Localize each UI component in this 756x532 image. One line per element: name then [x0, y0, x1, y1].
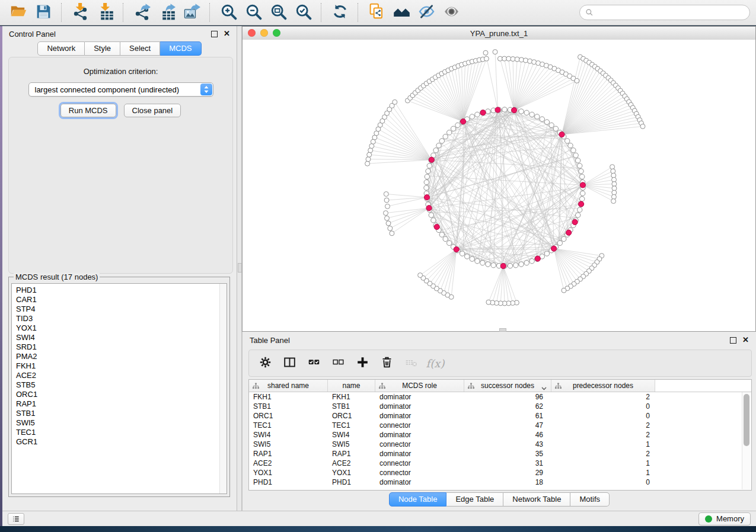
cell-successor-nodes[interactable]: 43 — [464, 440, 551, 449]
table-tab-network-table[interactable]: Network Table — [503, 492, 570, 507]
table-row[interactable]: TEC1TEC1connector472 — [249, 421, 751, 430]
search-box[interactable] — [579, 5, 750, 20]
export-image-button[interactable] — [180, 2, 203, 23]
network-graph[interactable] — [243, 40, 755, 331]
table-row[interactable]: PHD1PHD1dominator180 — [249, 477, 751, 487]
cell-mcds-role[interactable]: dominator — [375, 402, 464, 411]
mcds-result-item[interactable]: ORC1 — [16, 390, 227, 399]
column-header-MCDS-role[interactable]: MCDS role — [375, 380, 464, 392]
minimize-window-icon[interactable] — [260, 29, 268, 37]
table-row[interactable]: FKH1FKH1dominator962 — [249, 392, 751, 402]
table-tab-node-table[interactable]: Node Table — [389, 492, 447, 507]
import-table-button[interactable] — [93, 2, 117, 23]
tab-style[interactable]: Style — [85, 41, 120, 56]
column-header-successor-nodes[interactable]: successor nodes — [464, 380, 551, 392]
table-row[interactable]: ORC1ORC1dominator610 — [249, 411, 751, 421]
cell-name[interactable]: PHD1 — [328, 477, 375, 487]
import-network-button[interactable] — [68, 2, 92, 23]
save-button[interactable] — [31, 2, 55, 23]
cell-shared-name[interactable]: YOX1 — [249, 468, 328, 477]
cell-name[interactable]: STB1 — [328, 402, 375, 411]
mcds-result-list[interactable]: PHD1CAR1STP4TID3YOX1SWI4SRD1PMA2FKH1ACE2… — [11, 283, 227, 494]
table-row[interactable]: SWI4SWI4dominator462 — [249, 430, 751, 440]
zoom-window-icon[interactable] — [273, 29, 280, 37]
mcds-result-item[interactable]: CAR1 — [16, 295, 227, 305]
network-canvas[interactable] — [243, 40, 755, 331]
criterion-dropdown[interactable]: largest connected component (undirected) — [28, 82, 213, 97]
table-row[interactable]: SWI5SWI5connector431 — [249, 440, 751, 449]
add-column-button[interactable] — [352, 353, 372, 373]
mcds-result-item[interactable]: RAP1 — [16, 399, 227, 409]
mcds-result-item[interactable]: ACE2 — [16, 371, 227, 380]
unselect-all-columns-button[interactable] — [328, 353, 348, 373]
tab-mcds[interactable]: MCDS — [160, 41, 201, 56]
cell-shared-name[interactable]: SWI4 — [249, 430, 328, 440]
cell-predecessor-nodes[interactable]: 2 — [551, 421, 655, 430]
mcds-result-item[interactable]: TID3 — [16, 314, 227, 323]
cell-mcds-role[interactable]: connector — [375, 421, 464, 430]
mcds-result-item[interactable]: PHD1 — [16, 286, 227, 295]
cell-name[interactable]: FKH1 — [328, 392, 375, 402]
close-table-panel-icon[interactable]: ✕ — [742, 337, 749, 343]
cell-predecessor-nodes[interactable]: 2 — [551, 430, 655, 440]
table-row[interactable]: ACE2ACE2connector311 — [249, 459, 751, 468]
close-mcds-panel-button[interactable]: Close panel — [124, 104, 181, 117]
cell-name[interactable]: ACE2 — [328, 459, 375, 468]
mcds-result-item[interactable]: PMA2 — [16, 352, 227, 361]
cell-successor-nodes[interactable]: 61 — [464, 411, 551, 421]
zoom-selected-button[interactable] — [291, 2, 315, 23]
mcds-result-item[interactable]: STP4 — [16, 305, 227, 314]
export-table-button[interactable] — [155, 2, 178, 23]
cell-shared-name[interactable]: TEC1 — [249, 421, 328, 430]
cell-mcds-role[interactable]: dominator — [375, 430, 464, 440]
mcds-result-item[interactable]: SWI5 — [16, 418, 227, 428]
panel-divider[interactable] — [237, 26, 242, 511]
cell-name[interactable]: SWI5 — [328, 440, 375, 449]
cell-successor-nodes[interactable]: 29 — [464, 468, 551, 477]
refresh-button[interactable] — [328, 2, 352, 23]
columns-layout-button[interactable] — [279, 353, 299, 373]
cell-mcds-role[interactable]: connector — [375, 459, 464, 468]
cell-successor-nodes[interactable]: 31 — [464, 459, 551, 468]
task-history-button[interactable] — [8, 513, 24, 525]
cell-predecessor-nodes[interactable]: 1 — [551, 459, 655, 468]
show-all-button[interactable] — [439, 2, 463, 23]
column-header-name[interactable]: name — [328, 380, 375, 392]
cell-name[interactable]: YOX1 — [328, 468, 375, 477]
delete-columns-button[interactable] — [377, 353, 397, 373]
tab-network[interactable]: Network — [37, 41, 85, 56]
cell-mcds-role[interactable]: dominator — [375, 449, 464, 459]
cell-name[interactable]: SWI4 — [328, 430, 375, 440]
clone-network-button[interactable] — [365, 2, 388, 23]
mcds-result-item[interactable]: YOX1 — [16, 323, 227, 333]
table-row[interactable]: RAP1RAP1dominator352 — [249, 449, 751, 459]
cell-predecessor-nodes[interactable]: 0 — [551, 411, 655, 421]
cell-predecessor-nodes[interactable]: 2 — [551, 392, 655, 402]
table-row[interactable]: STB1STB1dominator620 — [249, 402, 751, 411]
cell-name[interactable]: ORC1 — [328, 411, 375, 421]
first-neighbors-button[interactable] — [390, 2, 413, 23]
mcds-result-item[interactable]: FKH1 — [16, 361, 227, 371]
cell-shared-name[interactable]: ACE2 — [249, 459, 328, 468]
search-input[interactable] — [597, 8, 744, 18]
cell-shared-name[interactable]: STB1 — [249, 402, 328, 411]
mcds-result-item[interactable]: STB1 — [16, 409, 227, 418]
cell-name[interactable]: TEC1 — [328, 421, 375, 430]
table-tab-edge-table[interactable]: Edge Table — [446, 492, 503, 507]
network-titlebar[interactable]: YPA_prune.txt_1 — [243, 27, 755, 40]
cell-shared-name[interactable]: RAP1 — [249, 449, 328, 459]
float-panel-icon[interactable] — [211, 31, 218, 37]
table-tab-motifs[interactable]: Motifs — [570, 492, 610, 507]
hide-selected-button[interactable] — [414, 2, 438, 23]
table-scrollbar-thumb[interactable] — [744, 394, 749, 446]
cell-predecessor-nodes[interactable]: 2 — [551, 449, 655, 459]
divider-grip[interactable] — [238, 263, 242, 273]
table-row[interactable]: YOX1YOX1connector291 — [249, 468, 751, 477]
zoom-in-button[interactable] — [216, 2, 240, 23]
column-header-predecessor-nodes[interactable]: predecessor nodes — [551, 380, 655, 392]
cell-predecessor-nodes[interactable]: 1 — [551, 440, 655, 449]
mcds-result-item[interactable]: TEC1 — [16, 428, 227, 437]
cell-successor-nodes[interactable]: 18 — [464, 477, 551, 487]
mcds-result-scrollbar[interactable] — [219, 284, 227, 493]
cell-predecessor-nodes[interactable]: 0 — [551, 402, 655, 411]
